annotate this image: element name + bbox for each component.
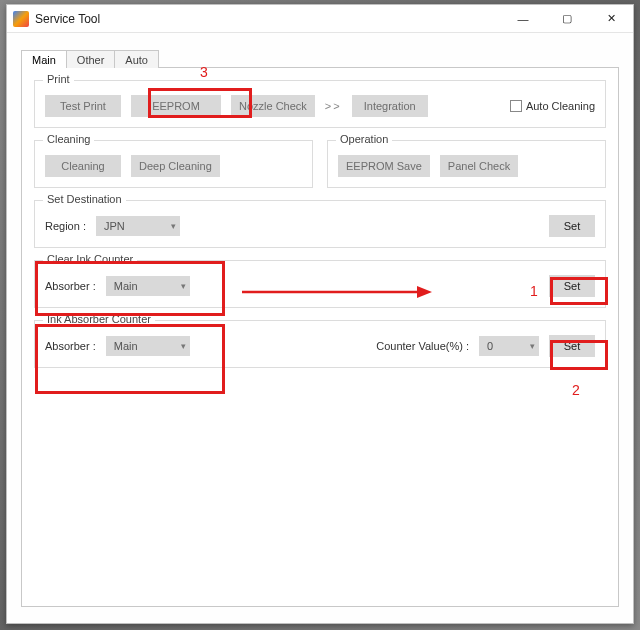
clear-ink-absorber-label: Absorber : xyxy=(45,280,96,292)
tab-other[interactable]: Other xyxy=(66,50,116,68)
counter-value-select[interactable]: 0 ▾ xyxy=(479,336,539,356)
region-select[interactable]: JPN ▾ xyxy=(96,216,180,236)
region-label: Region : xyxy=(45,220,86,232)
group-ink-absorber-legend: Ink Absorber Counter xyxy=(43,313,155,325)
window-title: Service Tool xyxy=(35,12,501,26)
group-cleaning-legend: Cleaning xyxy=(43,133,94,145)
ink-abs-absorber-label: Absorber : xyxy=(45,340,96,352)
auto-cleaning-checkbox[interactable]: Auto Cleaning xyxy=(510,100,595,112)
chevron-down-icon: ▾ xyxy=(530,341,535,351)
more-icon: >> xyxy=(325,100,342,112)
ink-abs-absorber-value: Main xyxy=(114,340,138,352)
clear-ink-absorber-select[interactable]: Main ▾ xyxy=(106,276,190,296)
cleaning-button[interactable]: Cleaning xyxy=(45,155,121,177)
clear-ink-absorber-value: Main xyxy=(114,280,138,292)
tab-page-main: Print Test Print EEPROM Nozzle Check >> … xyxy=(21,67,619,607)
deep-cleaning-button[interactable]: Deep Cleaning xyxy=(131,155,220,177)
group-print-legend: Print xyxy=(43,73,74,85)
chevron-down-icon: ▾ xyxy=(181,281,186,291)
app-icon xyxy=(13,11,29,27)
ink-abs-set-button[interactable]: Set xyxy=(549,335,595,357)
minimize-button[interactable]: — xyxy=(501,5,545,32)
clear-ink-set-button[interactable]: Set xyxy=(549,275,595,297)
chevron-down-icon: ▾ xyxy=(181,341,186,351)
region-value: JPN xyxy=(104,220,125,232)
group-print: Print Test Print EEPROM Nozzle Check >> … xyxy=(34,80,606,128)
tabstrip: Main Other Auto xyxy=(21,45,619,67)
test-print-button[interactable]: Test Print xyxy=(45,95,121,117)
group-set-destination: Set Destination Region : JPN ▾ Set xyxy=(34,200,606,248)
counter-value: 0 xyxy=(487,340,493,352)
set-destination-set-button[interactable]: Set xyxy=(549,215,595,237)
eeprom-save-button[interactable]: EEPROM Save xyxy=(338,155,430,177)
auto-cleaning-label: Auto Cleaning xyxy=(526,100,595,112)
group-clear-ink: Clear Ink Counter Absorber : Main ▾ Set xyxy=(34,260,606,308)
group-cleaning: Cleaning Cleaning Deep Cleaning xyxy=(34,140,313,188)
group-operation: Operation EEPROM Save Panel Check xyxy=(327,140,606,188)
panel-check-button[interactable]: Panel Check xyxy=(440,155,518,177)
close-button[interactable]: ✕ xyxy=(589,5,633,32)
group-set-destination-legend: Set Destination xyxy=(43,193,126,205)
maximize-button[interactable]: ▢ xyxy=(545,5,589,32)
client-area: Main Other Auto Print Test Print EEPROM … xyxy=(7,33,633,621)
nozzle-check-button[interactable]: Nozzle Check xyxy=(231,95,315,117)
group-clear-ink-legend: Clear Ink Counter xyxy=(43,253,137,265)
group-operation-legend: Operation xyxy=(336,133,392,145)
eeprom-button[interactable]: EEPROM xyxy=(131,95,221,117)
tab-main[interactable]: Main xyxy=(21,50,67,68)
integration-button[interactable]: Integration xyxy=(352,95,428,117)
checkbox-icon xyxy=(510,100,522,112)
counter-value-label: Counter Value(%) : xyxy=(376,340,469,352)
ink-abs-absorber-select[interactable]: Main ▾ xyxy=(106,336,190,356)
titlebar: Service Tool — ▢ ✕ xyxy=(7,5,633,33)
chevron-down-icon: ▾ xyxy=(171,221,176,231)
tab-auto[interactable]: Auto xyxy=(114,50,159,68)
window-buttons: — ▢ ✕ xyxy=(501,5,633,32)
app-window: Service Tool — ▢ ✕ Main Other Auto Print… xyxy=(6,4,634,624)
group-ink-absorber: Ink Absorber Counter Absorber : Main ▾ C… xyxy=(34,320,606,368)
